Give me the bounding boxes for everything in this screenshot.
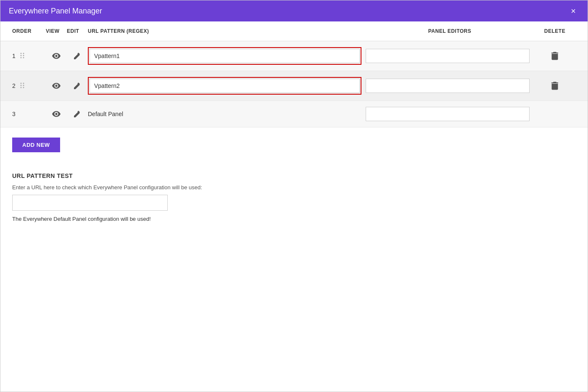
table-row: 2 <box>0 71 588 101</box>
row-1-view <box>46 52 67 60</box>
svg-point-2 <box>20 55 21 56</box>
modal-title: Everywhere Panel Manager <box>9 7 102 16</box>
actions-area: ADD NEW <box>0 127 588 162</box>
url-pattern-input-1[interactable] <box>90 49 360 63</box>
drag-handle-icon[interactable] <box>20 82 25 90</box>
svg-point-7 <box>23 82 24 84</box>
panel-editors-input-1[interactable] <box>366 49 530 63</box>
delete-button-1[interactable] <box>549 50 560 62</box>
row-1-order-number: 1 <box>12 53 16 59</box>
edit-button[interactable] <box>73 52 82 60</box>
view-button[interactable] <box>51 110 61 118</box>
panel-editors-input-2[interactable] <box>366 79 530 93</box>
default-panel-label: Default Panel <box>88 111 123 117</box>
header-order: ORDER <box>12 28 46 34</box>
row-2-url-pattern <box>88 77 366 95</box>
row-3-order: 3 <box>12 111 46 117</box>
url-pattern-test-title: URL PATTERN TEST <box>12 172 576 179</box>
header-edit: EDIT <box>67 28 88 34</box>
header-view: VIEW <box>46 28 67 34</box>
svg-point-5 <box>23 57 24 58</box>
modal-header: Everywhere Panel Manager × <box>0 0 588 21</box>
row-1-order: 1 <box>12 52 46 60</box>
url-pattern-input-2[interactable] <box>90 79 360 93</box>
edit-button[interactable] <box>73 110 82 118</box>
row-3-url-pattern: Default Panel <box>88 111 366 117</box>
row-3-panel-editors <box>366 107 534 121</box>
view-button[interactable] <box>51 82 61 90</box>
panel-editors-input-3[interactable] <box>366 107 530 121</box>
table-row: 1 <box>0 41 588 71</box>
header-delete: DELETE <box>534 28 576 34</box>
row-2-delete <box>534 80 576 92</box>
row-2-panel-editors <box>366 79 534 93</box>
row-2-edit <box>67 82 88 90</box>
url-pattern-test-section: URL PATTERN TEST Enter a URL here to che… <box>0 162 588 232</box>
modal-container: Everywhere Panel Manager × ORDER VIEW ED… <box>0 0 588 392</box>
svg-point-6 <box>20 82 21 84</box>
url-pattern-test-input[interactable] <box>12 195 168 211</box>
table-rows-container: 1 <box>0 41 588 127</box>
svg-point-4 <box>20 57 21 58</box>
drag-handle-icon[interactable] <box>20 52 25 60</box>
header-panel-editors: PANEL EDITORS <box>366 28 534 34</box>
row-1-url-pattern <box>88 47 366 65</box>
row-1-edit <box>67 52 88 60</box>
view-button[interactable] <box>51 52 61 60</box>
svg-point-9 <box>23 85 24 86</box>
add-new-button[interactable]: ADD NEW <box>12 138 60 152</box>
edit-button[interactable] <box>73 82 82 90</box>
svg-point-0 <box>20 53 21 54</box>
row-3-view <box>46 110 67 118</box>
svg-point-8 <box>20 85 21 86</box>
row-2-order-number: 2 <box>12 82 16 89</box>
svg-point-11 <box>23 87 24 88</box>
close-button[interactable]: × <box>567 5 579 17</box>
url-test-result: The Everywhere Default Panel configurati… <box>12 216 576 222</box>
row-3-edit <box>67 110 88 118</box>
table-row: 3 Default <box>0 101 588 127</box>
svg-point-3 <box>23 55 24 56</box>
row-3-order-number: 3 <box>12 111 16 117</box>
row-2-view <box>46 82 67 90</box>
table-header: ORDER VIEW EDIT URL PATTERN (REGEX) PANE… <box>0 21 588 41</box>
svg-point-1 <box>23 53 24 54</box>
delete-button-2[interactable] <box>549 80 560 92</box>
row-1-delete <box>534 50 576 62</box>
header-url-pattern: URL PATTERN (REGEX) <box>88 28 366 34</box>
modal-body: ORDER VIEW EDIT URL PATTERN (REGEX) PANE… <box>0 21 588 392</box>
row-2-order: 2 <box>12 82 46 90</box>
svg-point-10 <box>20 87 21 88</box>
url-pattern-test-label: Enter a URL here to check which Everywhe… <box>12 184 576 191</box>
row-1-panel-editors <box>366 49 534 63</box>
